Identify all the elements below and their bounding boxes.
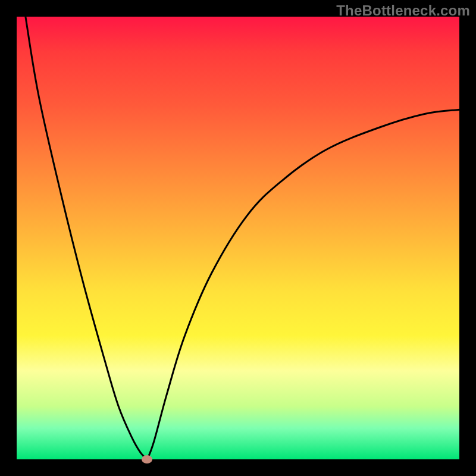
optimum-marker	[142, 455, 152, 464]
bottleneck-curve	[17, 17, 459, 459]
chart-frame: TheBottleneck.com	[0, 0, 476, 476]
curve-right-branch	[147, 109, 459, 459]
curve-left-branch	[26, 17, 148, 459]
plot-area	[17, 17, 459, 459]
